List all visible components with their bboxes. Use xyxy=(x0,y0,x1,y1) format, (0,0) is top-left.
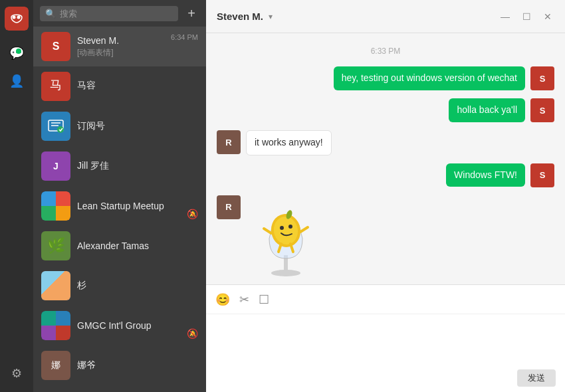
search-input[interactable] xyxy=(60,9,173,19)
contact-name: 订阅号 xyxy=(77,120,198,132)
scissors-button[interactable]: ✂ xyxy=(239,292,249,307)
contact-info: 娜爷 xyxy=(77,359,198,371)
chat-input[interactable] xyxy=(215,320,556,361)
message-row: S Windows FTW! xyxy=(217,163,554,187)
contact-info: Alexander Tamas xyxy=(77,241,198,251)
search-input-wrap[interactable]: 🔍 xyxy=(40,6,178,21)
avatar: S xyxy=(530,98,554,122)
chat-header: Steven M. ▾ — ☐ ✕ xyxy=(206,0,565,33)
add-contact-button[interactable]: + xyxy=(183,5,199,21)
emoji-button[interactable]: 😊 xyxy=(215,292,230,307)
message-row: S hey, testing out windows version of we… xyxy=(217,66,554,90)
chat-input-area[interactable] xyxy=(206,314,565,367)
contact-info: Jill 罗佳 xyxy=(77,160,198,172)
contact-name: Alexander Tamas xyxy=(77,241,198,251)
muted-icon: 🔕 xyxy=(187,209,198,219)
app-avatar xyxy=(5,7,29,31)
search-bar: 🔍 + xyxy=(33,0,206,27)
contact-info: Lean Startup Meetup xyxy=(77,201,198,211)
message-bubble: hey, testing out windows version of wech… xyxy=(334,66,525,90)
avatar: R xyxy=(217,195,241,219)
avatar xyxy=(41,271,70,300)
contact-time: 6:34 PM xyxy=(171,33,198,41)
chat-panel: Steven M. ▾ — ☐ ✕ 6:33 PM S hey, testing… xyxy=(206,0,565,392)
avatar: R xyxy=(217,130,241,154)
contact-list: S Steven M. [动画表情] 6:34 PM 马容 xyxy=(33,27,206,392)
avatar xyxy=(41,191,70,221)
avatar: S xyxy=(41,32,70,61)
svg-point-0 xyxy=(13,16,16,19)
rail-chat-icon[interactable]: 💬 xyxy=(5,41,29,65)
message-bubble: holla back ya'll xyxy=(449,98,525,122)
icon-rail: 💬 👤 ⚙ xyxy=(0,0,33,392)
maximize-button[interactable]: ☐ xyxy=(520,10,533,23)
contact-name: GMGC Int'l Group xyxy=(77,320,198,331)
sticker-message xyxy=(246,195,326,275)
avatar xyxy=(41,112,70,141)
avatar: S xyxy=(530,163,554,187)
rail-settings-icon[interactable]: ⚙ xyxy=(5,361,29,385)
list-item[interactable]: J Jill 罗佳 xyxy=(33,146,206,186)
chevron-down-icon[interactable]: ▾ xyxy=(269,12,273,21)
avatar xyxy=(41,311,70,340)
list-item[interactable]: 杉 xyxy=(33,266,206,306)
avatar: J xyxy=(41,151,70,181)
message-row: R xyxy=(217,195,554,275)
rail-contacts-icon[interactable]: 👤 xyxy=(5,69,29,93)
avatar: 娜 xyxy=(41,351,70,380)
send-button[interactable]: 发送 xyxy=(517,369,556,387)
muted-icon: 🔕 xyxy=(187,328,198,339)
list-item[interactable]: S Steven M. [动画表情] 6:34 PM xyxy=(33,27,206,66)
list-item[interactable]: 🌿 Alexander Tamas xyxy=(33,226,206,266)
contact-name: Lean Startup Meetup xyxy=(77,201,198,211)
svg-point-5 xyxy=(57,126,64,133)
chat-toolbar: 😊 ✂ ☐ xyxy=(206,284,565,314)
chat-messages: 6:33 PM S hey, testing out windows versi… xyxy=(206,33,565,284)
contact-info: 马容 xyxy=(77,80,198,93)
window-controls: — ☐ ✕ xyxy=(499,10,554,23)
contact-name: 娜爷 xyxy=(77,359,198,371)
list-item[interactable]: 订阅号 xyxy=(33,106,206,146)
contact-preview: [动画表情] xyxy=(77,47,198,58)
search-icon: 🔍 xyxy=(45,9,56,19)
avatar xyxy=(41,72,70,101)
clipboard-button[interactable]: ☐ xyxy=(259,292,269,307)
message-bubble: Windows FTW! xyxy=(446,163,525,187)
svg-point-1 xyxy=(17,16,21,19)
contact-info: GMGC Int'l Group xyxy=(77,320,198,331)
avatar: S xyxy=(530,66,554,90)
minimize-button[interactable]: — xyxy=(499,10,512,23)
svg-point-11 xyxy=(288,225,292,229)
message-row: R it works anyway! xyxy=(217,130,554,155)
unread-dot xyxy=(16,49,21,54)
close-button[interactable]: ✕ xyxy=(541,10,554,23)
svg-line-12 xyxy=(264,229,271,233)
contact-name: 杉 xyxy=(77,280,198,292)
contact-name: 马容 xyxy=(77,80,198,92)
contact-panel: 🔍 + S Steven M. [动画表情] 6:34 PM 马容 xyxy=(33,0,206,392)
contact-name: Jill 罗佳 xyxy=(77,160,198,172)
message-row: S holla back ya'll xyxy=(217,98,554,122)
list-item[interactable]: GMGC Int'l Group 🔕 xyxy=(33,306,206,345)
svg-line-13 xyxy=(300,227,308,232)
send-row: 发送 xyxy=(206,367,565,392)
contact-info: 订阅号 xyxy=(77,120,198,132)
svg-point-10 xyxy=(280,226,284,230)
message-timestamp: 6:33 PM xyxy=(217,47,554,56)
list-item[interactable]: Lean Startup Meetup 🔕 xyxy=(33,186,206,226)
chat-title: Steven M. xyxy=(217,11,263,22)
list-item[interactable]: 娜 娜爷 xyxy=(33,345,206,385)
list-item[interactable]: 马容 xyxy=(33,66,206,106)
message-bubble: it works anyway! xyxy=(246,130,332,155)
contact-info: 杉 xyxy=(77,280,198,292)
avatar: 🌿 xyxy=(41,231,70,260)
